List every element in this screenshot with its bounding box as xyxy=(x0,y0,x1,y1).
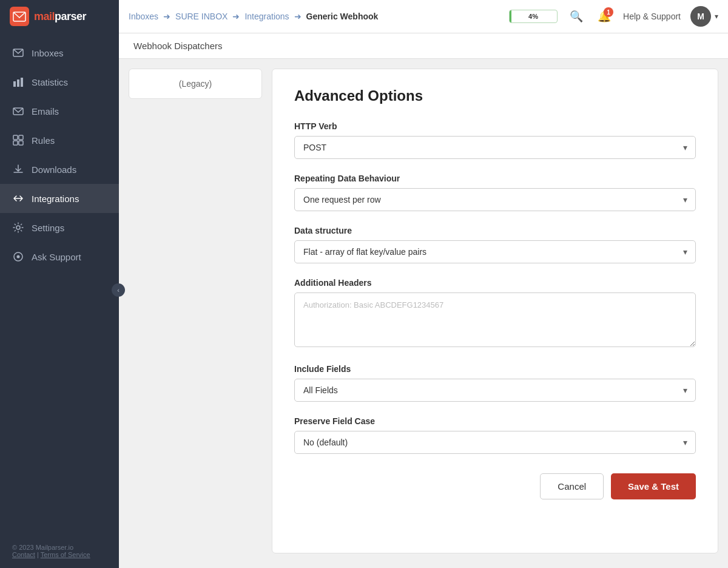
breadcrumb-inboxes[interactable]: Inboxes xyxy=(129,12,158,21)
search-button[interactable]: 🔍 xyxy=(567,7,585,25)
sidebar-collapse-button[interactable]: ‹ xyxy=(112,283,125,297)
svg-rect-4 xyxy=(21,78,23,87)
notification-badge: 1 xyxy=(604,7,613,17)
additional-headers-textarea[interactable] xyxy=(294,292,696,347)
save-test-button[interactable]: Save & Test xyxy=(611,473,696,499)
svg-rect-8 xyxy=(13,141,18,145)
left-panel: (Legacy) xyxy=(129,69,262,553)
include-fields-select[interactable]: All Fields Selected Fields xyxy=(294,379,696,402)
sidebar-label-emails: Emails xyxy=(32,106,59,117)
user-avatar[interactable]: M xyxy=(690,6,711,27)
breadcrumb-arrow-1: ➜ xyxy=(163,12,170,21)
svg-rect-2 xyxy=(13,81,16,87)
emails-icon xyxy=(12,105,24,117)
inboxes-icon xyxy=(12,47,24,59)
repeating-data-group: Repeating Data Behaviour One request per… xyxy=(294,174,696,211)
breadcrumb-integrations[interactable]: Integrations xyxy=(244,12,289,21)
ask-support-icon xyxy=(12,251,24,263)
downloads-icon xyxy=(12,163,24,175)
svg-point-10 xyxy=(16,226,20,229)
data-structure-select-wrapper: Flat - array of flat key/value pairs Nes… xyxy=(294,240,696,263)
data-structure-select[interactable]: Flat - array of flat key/value pairs Nes… xyxy=(294,240,696,263)
logo-text: mailparser xyxy=(34,10,86,23)
sidebar-label-statistics: Statistics xyxy=(32,77,68,87)
sidebar-label-settings: Settings xyxy=(32,223,64,233)
terms-link[interactable]: Terms of Service xyxy=(41,551,90,558)
http-verb-label: HTTP Verb xyxy=(294,121,696,131)
advanced-options-panel: Advanced Options HTTP Verb POST GET PUT … xyxy=(272,69,718,553)
sidebar-item-downloads[interactable]: Downloads xyxy=(0,155,119,184)
additional-headers-label: Additional Headers xyxy=(294,278,696,288)
preserve-field-case-group: Preserve Field Case No (default) Yes xyxy=(294,416,696,454)
sidebar-label-ask-support: Ask Support xyxy=(32,252,81,262)
sidebar-item-settings[interactable]: Settings xyxy=(0,213,119,242)
sidebar-label-integrations: Integrations xyxy=(32,194,79,204)
webhook-dispatchers-label: Webhook Dispatchers xyxy=(133,41,222,51)
legacy-label: (Legacy) xyxy=(179,79,212,89)
data-structure-label: Data structure xyxy=(294,226,696,235)
content-area: Webhook Dispatchers (Legacy) Advanced Op… xyxy=(119,33,728,568)
progress-text: 4% xyxy=(528,13,538,20)
rules-icon xyxy=(12,134,24,146)
svg-point-12 xyxy=(17,255,20,259)
section-title: Advanced Options xyxy=(294,87,696,104)
logo: mailparser xyxy=(0,0,119,33)
cancel-button[interactable]: Cancel xyxy=(540,473,604,499)
sidebar-footer: © 2023 Mailparser.io Contact | Terms of … xyxy=(0,534,119,568)
include-fields-select-wrapper: All Fields Selected Fields xyxy=(294,379,696,402)
sidebar-label-rules: Rules xyxy=(32,135,55,146)
search-icon: 🔍 xyxy=(570,10,583,22)
integrations-icon xyxy=(12,192,24,205)
breadcrumb-generic-webhook: Generic Webhook xyxy=(306,12,379,21)
form-actions: Cancel Save & Test xyxy=(294,473,696,499)
sub-header: Webhook Dispatchers xyxy=(119,33,728,59)
user-menu-button[interactable]: ▾ xyxy=(715,12,718,21)
logo-icon xyxy=(10,7,29,26)
preserve-field-case-select-wrapper: No (default) Yes xyxy=(294,431,696,454)
svg-rect-6 xyxy=(13,135,18,140)
breadcrumb: Inboxes ➜ SURE INBOX ➜ Integrations ➜ Ge… xyxy=(119,12,509,21)
sidebar: Inboxes Statistics xyxy=(0,33,119,568)
svg-rect-7 xyxy=(19,135,23,140)
contact-link[interactable]: Contact xyxy=(12,551,35,558)
sidebar-item-emails[interactable]: Emails xyxy=(0,96,119,126)
sidebar-item-statistics[interactable]: Statistics xyxy=(0,67,119,96)
preserve-field-case-label: Preserve Field Case xyxy=(294,416,696,426)
repeating-data-select[interactable]: One request per row All rows in one requ… xyxy=(294,188,696,211)
progress-bar: 4% xyxy=(509,10,558,23)
http-verb-select[interactable]: POST GET PUT PATCH DELETE xyxy=(294,136,696,159)
repeating-data-label: Repeating Data Behaviour xyxy=(294,174,696,183)
sidebar-item-rules[interactable]: Rules xyxy=(0,126,119,155)
repeating-data-select-wrapper: One request per row All rows in one requ… xyxy=(294,188,696,211)
svg-rect-3 xyxy=(17,79,19,87)
sidebar-label-downloads: Downloads xyxy=(32,164,76,175)
data-structure-group: Data structure Flat - array of flat key/… xyxy=(294,226,696,263)
notification-button[interactable]: 🔔 1 xyxy=(595,7,613,25)
preserve-field-case-select[interactable]: No (default) Yes xyxy=(294,431,696,454)
progress-fill xyxy=(510,10,511,22)
sidebar-item-integrations[interactable]: Integrations xyxy=(0,184,119,213)
breadcrumb-sure-inbox[interactable]: SURE INBOX xyxy=(175,12,228,21)
copyright-text: © 2023 Mailparser.io xyxy=(12,544,73,551)
legacy-card: (Legacy) xyxy=(129,69,262,99)
sidebar-label-inboxes: Inboxes xyxy=(32,48,64,58)
svg-rect-9 xyxy=(19,141,23,145)
additional-headers-group: Additional Headers xyxy=(294,278,696,350)
breadcrumb-arrow-3: ➜ xyxy=(294,12,302,21)
breadcrumb-arrow-2: ➜ xyxy=(232,12,240,21)
include-fields-label: Include Fields xyxy=(294,364,696,374)
statistics-icon xyxy=(12,76,24,88)
help-support-link[interactable]: Help & Support xyxy=(623,12,681,21)
http-verb-group: HTTP Verb POST GET PUT PATCH DELETE xyxy=(294,121,696,159)
include-fields-group: Include Fields All Fields Selected Field… xyxy=(294,364,696,402)
settings-icon xyxy=(12,221,24,234)
sidebar-item-ask-support[interactable]: Ask Support xyxy=(0,242,119,271)
http-verb-select-wrapper: POST GET PUT PATCH DELETE xyxy=(294,136,696,159)
sidebar-item-inboxes[interactable]: Inboxes xyxy=(0,38,119,67)
